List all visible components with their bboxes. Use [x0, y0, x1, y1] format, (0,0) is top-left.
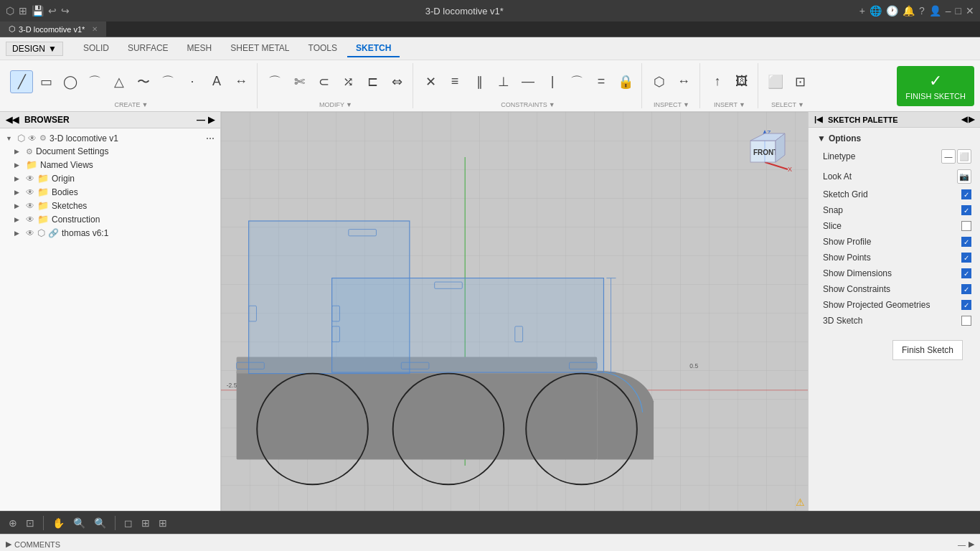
- slice-checkbox[interactable]: [961, 221, 971, 231]
- tab-surface[interactable]: SURFACE: [119, 40, 177, 57]
- maximize-icon[interactable]: □: [956, 5, 961, 17]
- linetype-btn2[interactable]: ⬜: [957, 149, 971, 164]
- help-icon[interactable]: ?: [919, 5, 925, 17]
- add-tab-icon[interactable]: +: [859, 5, 865, 17]
- tree-gear-root[interactable]: ⚙: [39, 133, 47, 143]
- close-icon[interactable]: ✕: [966, 5, 974, 17]
- tool-perp[interactable]: ⊥: [492, 70, 515, 93]
- sketch-3d-checkbox[interactable]: [961, 316, 971, 326]
- tree-eye-root[interactable]: 👁: [28, 133, 37, 143]
- tree-eye-sketches[interactable]: 👁: [26, 201, 34, 211]
- bottom-icon-pan[interactable]: ✋: [50, 516, 67, 530]
- palette-arrow-left[interactable]: ◀: [961, 115, 967, 124]
- tool-text[interactable]: A: [205, 70, 228, 93]
- bottom-icon-zoom[interactable]: 🔍: [70, 516, 88, 530]
- tree-item-doc-settings[interactable]: ▶ ⚙ Document Settings: [0, 145, 220, 158]
- tree-item-origin[interactable]: ▶ 👁 📁 Origin: [0, 171, 220, 185]
- look-at-btn[interactable]: 📷: [957, 169, 971, 184]
- tree-item-bodies[interactable]: ▶ 👁 📁 Bodies: [0, 185, 220, 199]
- tab-close-icon[interactable]: ✕: [92, 25, 98, 33]
- bottom-icon-fit[interactable]: ⊡: [23, 516, 37, 530]
- minimize-icon[interactable]: –: [946, 5, 951, 17]
- tab-tools[interactable]: TOOLS: [300, 40, 346, 57]
- web-icon[interactable]: 🌐: [870, 5, 882, 17]
- tree-item-construction[interactable]: ▶ 👁 📁 Construction: [0, 212, 220, 226]
- design-button[interactable]: DESIGN ▼: [6, 42, 63, 56]
- tree-item-thomas[interactable]: ▶ 👁 ⬡ 🔗 thomas v6:1: [0, 226, 220, 240]
- tool-fillet[interactable]: ⌒: [263, 70, 286, 93]
- tree-eye-origin[interactable]: 👁: [26, 174, 34, 184]
- tool-select[interactable]: ⬜: [764, 70, 787, 93]
- tree-eye-construction[interactable]: 👁: [26, 215, 34, 225]
- undo-icon[interactable]: ↩: [48, 5, 57, 17]
- tool-insert1[interactable]: ↑: [706, 70, 729, 93]
- browser-control-expand[interactable]: ▶: [208, 115, 215, 125]
- tool-trim[interactable]: ✄: [288, 70, 311, 93]
- show-projected-checkbox[interactable]: ✓: [961, 300, 971, 310]
- finish-sketch-palette-button[interactable]: Finish Sketch: [892, 340, 963, 360]
- tool-break[interactable]: ⤮: [336, 70, 359, 93]
- tool-select2[interactable]: ⊡: [788, 70, 811, 93]
- show-dimensions-checkbox[interactable]: ✓: [961, 268, 971, 278]
- tab-sheet-metal[interactable]: SHEET METAL: [222, 40, 298, 57]
- bottom-icon-grid[interactable]: ⊞: [138, 516, 153, 530]
- bell-icon[interactable]: 🔔: [903, 5, 915, 17]
- comments-expand-icon2[interactable]: ▶: [969, 540, 974, 549]
- bottom-icon-zoom2[interactable]: 🔍: [91, 516, 109, 530]
- snap-checkbox[interactable]: ✓: [961, 205, 971, 215]
- tool-spline[interactable]: 〜: [132, 70, 155, 93]
- tool-conic[interactable]: ⌒: [156, 70, 179, 93]
- tool-polygon[interactable]: △: [108, 70, 131, 93]
- browser-control-collapse[interactable]: —: [197, 115, 205, 125]
- tool-collinear[interactable]: ≡: [443, 70, 466, 93]
- tab-mesh[interactable]: MESH: [179, 40, 221, 57]
- finish-sketch-toolbar-button[interactable]: ✓ FINISH SKETCH: [897, 66, 974, 106]
- tree-item-root[interactable]: ▼ ⬡ 👁 ⚙ 3-D locomotive v1 ⋯: [0, 131, 220, 145]
- palette-arrow-right[interactable]: ▶: [969, 115, 974, 124]
- tool-equal[interactable]: =: [590, 70, 613, 93]
- linetype-btn1[interactable]: —: [941, 149, 956, 164]
- tool-rect[interactable]: ▭: [34, 70, 57, 93]
- redo-icon[interactable]: ↪: [61, 5, 70, 17]
- tree-item-named-views[interactable]: ▶ 📁 Named Views: [0, 158, 220, 171]
- tool-lock[interactable]: 🔒: [614, 70, 637, 93]
- show-profile-checkbox[interactable]: ✓: [961, 237, 971, 247]
- tool-coincident[interactable]: ✕: [419, 70, 442, 93]
- tree-eye-thomas[interactable]: 👁: [26, 228, 34, 238]
- tool-offset[interactable]: ⊏: [361, 70, 384, 93]
- bottom-icon-orbit[interactable]: ⊕: [6, 516, 20, 530]
- comments-expand-icon[interactable]: ▶: [6, 540, 11, 549]
- tab-solid[interactable]: SOLID: [75, 40, 118, 57]
- canvas-area[interactable]: -2.5 -2 -1.5 0.5: [221, 112, 808, 511]
- comments-collapse-icon[interactable]: —: [958, 540, 966, 549]
- tool-parallel[interactable]: ∥: [468, 70, 491, 93]
- nav-cube[interactable]: Z X FRONT: [736, 126, 793, 184]
- tree-item-sketches[interactable]: ▶ 👁 📁 Sketches: [0, 199, 220, 212]
- tool-circle[interactable]: ◯: [59, 70, 82, 93]
- tool-insert2[interactable]: 🖼: [730, 70, 753, 93]
- tab-sketch[interactable]: SKETCH: [347, 40, 400, 57]
- sketch-grid-checkbox[interactable]: ✓: [961, 189, 971, 199]
- bottom-icon-grid2[interactable]: ⊞: [156, 516, 170, 530]
- tool-arc[interactable]: ⌒: [83, 70, 106, 93]
- tool-extend[interactable]: ⊂: [312, 70, 335, 93]
- bottom-icon-view1[interactable]: ◻: [121, 516, 136, 530]
- tree-eye-bodies[interactable]: 👁: [26, 187, 34, 197]
- palette-collapse-left[interactable]: |◀: [814, 115, 822, 124]
- tool-point[interactable]: ·: [181, 70, 204, 93]
- browser-collapse-icon[interactable]: ◀◀: [6, 115, 19, 125]
- tool-vert[interactable]: |: [541, 70, 564, 93]
- tool-line[interactable]: ╱: [10, 70, 33, 93]
- tool-measure[interactable]: ⬡: [648, 70, 671, 93]
- save-icon[interactable]: 💾: [32, 5, 44, 17]
- tree-options-root[interactable]: ⋯: [206, 133, 215, 143]
- tool-inspect2[interactable]: ↔: [672, 70, 695, 93]
- tab-locomotive[interactable]: ⬡ 3-D locomotive v1* ✕: [0, 22, 106, 37]
- tool-dim[interactable]: ↔: [230, 70, 253, 93]
- palette-options-title[interactable]: ▼ Options: [809, 131, 980, 146]
- show-points-checkbox[interactable]: ✓: [961, 253, 971, 263]
- tool-tangent[interactable]: ⌒: [565, 70, 588, 93]
- tool-horiz[interactable]: —: [517, 70, 540, 93]
- grid-icon[interactable]: ⊞: [19, 5, 27, 17]
- show-constraints-checkbox[interactable]: ✓: [961, 284, 971, 294]
